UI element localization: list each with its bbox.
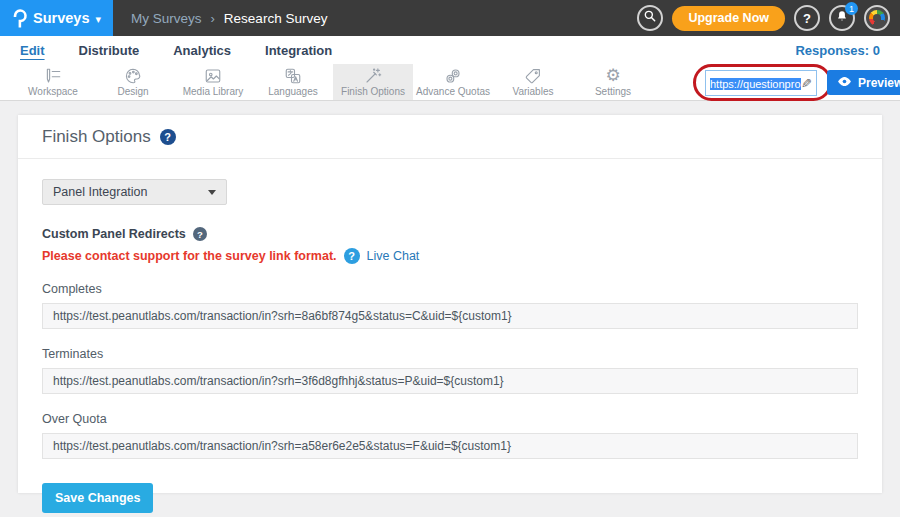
live-chat-help-icon[interactable] [344,248,360,264]
save-changes-button[interactable]: Save Changes [42,483,153,513]
product-name: Surveys [33,10,89,26]
translate-icon [284,67,302,84]
magic-wand-icon [364,67,382,84]
finish-options-card: Finish Options Panel Integration Custom … [18,115,882,493]
preview-label: Preview [858,76,900,90]
field-label: Terminates [42,347,858,361]
toolbar-tab-label: Finish Options [341,86,405,97]
breadcrumb: My Surveys Research Survey [131,11,327,26]
redirect-field-completes: Completes https://test.peanutlabs.com/tr… [42,282,858,329]
toolbar-tab-languages[interactable]: Languages [253,64,333,100]
toolbar-tab-label: Design [117,86,148,97]
notifications-button[interactable]: 1 [829,5,855,31]
edit-toolbar: Workspace Design Media Library Languages… [0,64,900,101]
topbar-actions: Upgrade Now 1 [637,5,890,31]
dropdown-caret-icon [208,190,216,195]
toolbar-tab-workspace[interactable]: Workspace [13,64,93,100]
page-title-help-icon[interactable] [160,129,176,145]
toolbar-tab-label: Languages [268,86,318,97]
field-label: Over Quota [42,412,858,426]
url-selected-text: https://questionpro.com/t/A [710,78,801,90]
section-heading: Custom Panel Redirects [42,227,186,241]
over-quota-url-input[interactable]: https://test.peanutlabs.com/transaction/… [42,433,858,459]
section-heading-row: Custom Panel Redirects [42,227,858,241]
support-note-row: Please contact support for the survey li… [42,248,858,264]
search-button[interactable] [637,5,663,31]
survey-nav-tabs: Edit Distribute Analytics Integration Re… [0,36,900,64]
redirect-field-over-quota: Over Quota https://test.peanutlabs.com/t… [42,412,858,459]
preview-button[interactable]: Preview [827,70,900,95]
page-area: Finish Options Panel Integration Custom … [0,101,900,517]
palette-icon [124,67,142,84]
chevron-down-icon [95,9,101,27]
avatar-logo-icon [869,10,885,26]
toolbar-tab-label: Settings [595,86,631,97]
live-chat-link[interactable]: Live Chat [367,249,420,263]
workspace-icon [44,67,62,84]
field-label: Completes [42,282,858,296]
dropdown-selected-value: Panel Integration [53,185,148,199]
panel-type-dropdown[interactable]: Panel Integration [42,179,227,205]
search-icon [643,9,657,27]
help-button[interactable] [794,5,820,31]
toolbar-tab-label: Media Library [183,86,244,97]
upgrade-now-label: Upgrade Now [688,11,769,25]
edit-url-pencil-icon[interactable] [801,74,812,92]
image-icon [204,67,222,84]
support-note-text: Please contact support for the survey li… [42,249,337,263]
toolbar-tab-finish-options[interactable]: Finish Options [333,64,413,100]
section-help-icon[interactable] [193,227,207,241]
toolbar-tab-label: Workspace [28,86,78,97]
save-changes-label: Save Changes [55,491,140,505]
responses-count: Responses: 0 [795,43,880,58]
questionpro-logo-icon [12,8,27,28]
toolbar-tab-media-library[interactable]: Media Library [173,64,253,100]
toolbar-tab-label: Advance Quotas [416,86,490,97]
page-title: Finish Options [42,127,151,147]
user-avatar[interactable] [864,5,890,31]
survey-url-text: https://questionpro.com/t/A [710,74,801,92]
question-icon [803,9,811,27]
breadcrumb-current: Research Survey [224,11,328,26]
tab-integration[interactable]: Integration [265,43,332,58]
card-header: Finish Options [18,115,882,159]
chain-links-icon [444,67,462,84]
completes-url-input[interactable]: https://test.peanutlabs.com/transaction/… [42,303,858,329]
terminates-url-input[interactable]: https://test.peanutlabs.com/transaction/… [42,368,858,394]
top-bar: Surveys My Surveys Research Survey Upgra… [0,0,900,36]
survey-url-input[interactable]: https://questionpro.com/t/A [705,70,817,96]
product-switcher[interactable]: Surveys [0,0,113,36]
breadcrumb-parent[interactable]: My Surveys [131,11,202,26]
gear-icon [605,67,620,84]
card-body: Panel Integration Custom Panel Redirects… [18,159,882,517]
tab-distribute[interactable]: Distribute [79,43,140,58]
redirect-field-terminates: Terminates https://test.peanutlabs.com/t… [42,347,858,394]
toolbar-tab-settings[interactable]: Settings [573,64,653,100]
toolbar-tab-advance-quotas[interactable]: Advance Quotas [413,64,493,100]
toolbar-tab-variables[interactable]: Variables [493,64,573,100]
eye-icon [837,76,852,90]
tab-edit[interactable]: Edit [20,43,45,58]
breadcrumb-separator-icon [211,11,215,26]
tag-icon [524,67,542,84]
toolbar-tab-design[interactable]: Design [93,64,173,100]
tab-analytics[interactable]: Analytics [173,43,231,58]
upgrade-now-button[interactable]: Upgrade Now [672,6,785,31]
toolbar-tab-label: Variables [513,86,554,97]
notification-badge: 1 [845,2,858,15]
